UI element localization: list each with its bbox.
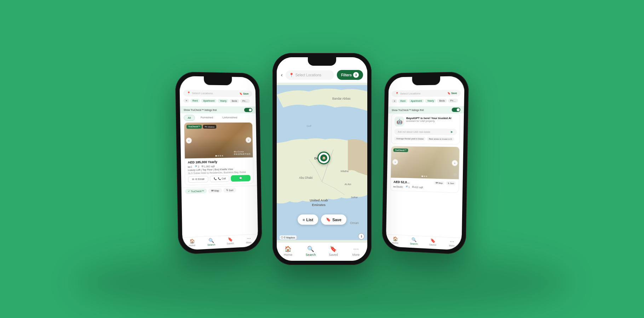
chip-rent[interactable]: Rent (190, 99, 200, 102)
svg-text:United Arab: United Arab (310, 199, 328, 202)
nav-more-right[interactable]: ⋯ More (442, 238, 462, 247)
ai-icon: 🤖 (395, 117, 404, 126)
filter-icon-chip-right[interactable]: ≡ (392, 99, 397, 103)
chip-yearly-right[interactable]: Yearly (425, 99, 436, 103)
chip-beds-right[interactable]: Beds (437, 99, 447, 102)
chip-beds[interactable]: Beds (230, 99, 240, 103)
svg-text:Emirates: Emirates (312, 203, 326, 207)
trucheck-bar-icon: ✓ (188, 190, 190, 193)
nav-more-center[interactable]: ⋯ More (345, 246, 367, 257)
chip-apartment[interactable]: Apartment (201, 99, 217, 103)
type-icon: 🛏 (393, 185, 396, 188)
property-card-left[interactable]: TruCheck™ 📷 History ‹ › McConePROPERTIES (184, 122, 254, 186)
map-area[interactable]: Bandar Abbas Dubai Abu Dhabi Mādha Al Ai… (277, 83, 367, 242)
nav-home-right[interactable]: 🏠 Home (386, 236, 405, 245)
chip-yearly[interactable]: Yearly (218, 99, 229, 103)
tab-furnished[interactable]: Furnished (197, 115, 217, 121)
filters-label: Filters (341, 73, 352, 77)
heart-icon-right[interactable]: ♡ (453, 173, 456, 177)
nav-home-center[interactable]: 🏠 Home (277, 246, 299, 257)
prev-arrow-right[interactable]: ‹ (392, 159, 398, 165)
filters-count: 3 (353, 72, 359, 78)
price-left: AED 185,000 Yearly (188, 160, 250, 164)
saved-icon-center: 🔖 (330, 246, 337, 252)
nav-saved-left[interactable]: 🔖 Saved (221, 236, 240, 245)
map-btn-right[interactable]: 🗺 Map (434, 181, 444, 185)
baths-spec: 🚿 2 (194, 165, 199, 168)
map-icon: 🗺 (211, 189, 214, 192)
prev-arrow-left[interactable]: ‹ (186, 138, 192, 143)
next-arrow-right[interactable]: › (452, 160, 458, 166)
back-button[interactable]: ‹ (281, 72, 283, 78)
ai-card: 🤖 BayutGPT is here! Your trusted AI assi… (391, 113, 460, 145)
type-spec: 🛏 Studio (393, 185, 403, 188)
ai-chip-1[interactable]: Average Rental yield in Dubai (394, 136, 426, 141)
ai-chip-2[interactable]: Best areas to invest in D (427, 137, 454, 141)
map-pin[interactable]: 🏠 (317, 152, 330, 164)
property-card-right[interactable]: TruCheck™ ‹ › MR ♡ (390, 146, 460, 193)
save-button-right[interactable]: 🔖 Save (447, 92, 457, 95)
baths-spec-right: 🚿 1 (405, 186, 410, 188)
tab-unfurnished[interactable]: Unfurnished (219, 115, 241, 121)
nav-search-label-left: Search (207, 243, 215, 246)
chip-price[interactable]: Pri… (240, 99, 250, 103)
call-btn[interactable]: 📞 📞 Call (209, 175, 229, 182)
ai-send-icon[interactable]: ➤ (450, 130, 453, 134)
sqft-icon-right: ⊞ (412, 186, 414, 188)
card-badges-left: TruCheck™ 📷 History (186, 125, 216, 129)
save-icon-left: 🔖 (239, 92, 242, 95)
trucheck-toggle-right[interactable] (452, 108, 461, 112)
map-info-button[interactable]: ℹ (358, 233, 364, 240)
nav-saved-center[interactable]: 🔖 Saved (322, 246, 345, 257)
nav-saved-label-center: Saved (329, 253, 338, 257)
beds-spec: 🛏 1 (188, 165, 192, 168)
nav-saved-label-left: Saved (227, 242, 234, 245)
pin-inner: 🏠 (320, 154, 327, 161)
nav-search-left[interactable]: 🔍 Search (202, 237, 221, 247)
chip-price-right[interactable]: Pri… (448, 99, 458, 102)
filter-icon-chip[interactable]: ≡ (183, 99, 189, 102)
whatsapp-btn[interactable]: 💬 (231, 175, 251, 182)
nav-arrows-left: ‹ › (184, 137, 252, 143)
whatsapp-icon: 💬 (239, 177, 242, 179)
filters-button[interactable]: Filters 3 (337, 70, 363, 80)
location-bar-left[interactable]: 📍 Select Locations 🔖 Save (183, 90, 252, 97)
nav-search-label-right: Search (410, 242, 418, 245)
location-bar-right[interactable]: 📍 Select Locations 🔖 Save (392, 90, 461, 97)
trucheck-bar-btn[interactable]: ✓ TruCheck™ (185, 188, 207, 194)
filter-chips-right: ≡ Rent Apartment Yearly Beds Pri… (392, 99, 460, 103)
nav-more-left[interactable]: ⋯ More (240, 236, 258, 245)
dots-row-left (215, 155, 223, 157)
sort-icon: ⇅ (226, 189, 228, 192)
left-header: 📍 Select Locations 🔖 Save ≡ Rent Apartme… (179, 76, 256, 106)
right-card-badges: TruCheck™ (393, 148, 408, 152)
chip-apartment-right[interactable]: Apartment (409, 99, 424, 103)
mapbox-credit: ⬡ © Mapbox (280, 235, 297, 240)
list-button[interactable]: ≡ List (298, 214, 318, 225)
right-card-image: TruCheck™ ‹ › MR ♡ (391, 146, 459, 179)
ai-input[interactable]: Ask me about UAE real estate ➤ (394, 129, 457, 135)
search-icon-left: 🔍 (208, 238, 214, 243)
sort-bar-btn[interactable]: ⇅ Sort (223, 188, 236, 193)
badge-trucheck-right: TruCheck™ (393, 148, 408, 152)
tab-all[interactable]: All (184, 115, 195, 121)
svg-text:Abu Dhabi: Abu Dhabi (299, 176, 313, 179)
sort-btn-right[interactable]: ⇅ Sort (446, 181, 456, 185)
nav-home-left[interactable]: 🏠 Home (182, 238, 202, 247)
home-icon-center: 🏠 (284, 246, 292, 252)
phones-container: 📍 Select Locations 🔖 Save ≡ Rent Apartme… (177, 53, 467, 265)
chip-rent-right[interactable]: Rent (398, 99, 408, 103)
nav-search-center[interactable]: 🔍 Search (299, 246, 322, 257)
nav-search-right[interactable]: 🔍 Search (404, 237, 423, 245)
search-bar-center[interactable]: 📍 Select Locations (286, 70, 334, 80)
nav-saved-right[interactable]: 🔖 Saved (423, 238, 442, 247)
save-map-button[interactable]: 🔖 Save (321, 214, 346, 225)
trucheck-toggle-left[interactable] (244, 108, 252, 112)
saved-icon-right: 🔖 (430, 238, 435, 243)
map-bar-btn[interactable]: 🗺 Map (208, 188, 222, 193)
svg-text:Bandar Abbas: Bandar Abbas (332, 97, 351, 100)
watermark-left: McConePROPERTIES (234, 150, 251, 155)
email-btn[interactable]: ✉ ✉ Email (188, 176, 208, 183)
save-button-left[interactable]: 🔖 Save (239, 92, 249, 95)
next-arrow-left[interactable]: › (246, 137, 251, 143)
